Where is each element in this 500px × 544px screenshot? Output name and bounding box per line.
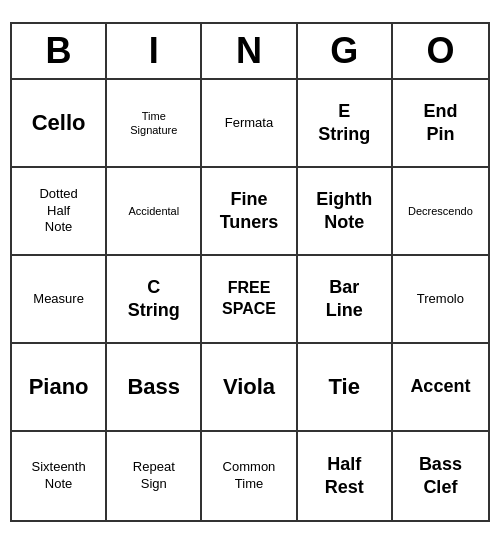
bingo-cell-11: C String [107,256,202,344]
header-letter-o: O [393,24,488,78]
bingo-cell-10: Measure [12,256,107,344]
bingo-cell-13: Bar Line [298,256,393,344]
cell-label-18: Tie [329,373,360,402]
cell-label-17: Viola [223,373,275,402]
cell-label-10: Measure [33,291,84,308]
bingo-cell-21: Repeat Sign [107,432,202,520]
cell-label-11: C String [128,276,180,323]
bingo-header: BINGO [12,24,488,80]
bingo-cell-1: Time Signature [107,80,202,168]
bingo-cell-17: Viola [202,344,297,432]
bingo-cell-0: Cello [12,80,107,168]
header-letter-g: G [298,24,393,78]
bingo-cell-2: Fermata [202,80,297,168]
bingo-card: BINGO CelloTime SignatureFermataE String… [10,22,490,522]
cell-label-8: Eighth Note [316,188,372,235]
cell-label-6: Accidental [128,204,179,218]
cell-label-12: FREE SPACE [222,278,276,320]
bingo-cell-16: Bass [107,344,202,432]
cell-label-22: Common Time [223,459,276,493]
bingo-cell-12: FREE SPACE [202,256,297,344]
bingo-cell-8: Eighth Note [298,168,393,256]
bingo-cell-22: Common Time [202,432,297,520]
cell-label-23: Half Rest [325,453,364,500]
bingo-cell-20: Sixteenth Note [12,432,107,520]
cell-label-3: E String [318,100,370,147]
bingo-cell-5: Dotted Half Note [12,168,107,256]
cell-label-20: Sixteenth Note [31,459,85,493]
cell-label-15: Piano [29,373,89,402]
cell-label-24: Bass Clef [419,453,462,500]
cell-label-13: Bar Line [326,276,363,323]
bingo-cell-15: Piano [12,344,107,432]
bingo-cell-14: Tremolo [393,256,488,344]
bingo-cell-23: Half Rest [298,432,393,520]
cell-label-2: Fermata [225,115,273,132]
cell-label-14: Tremolo [417,291,464,308]
cell-label-4: End Pin [423,100,457,147]
bingo-cell-7: Fine Tuners [202,168,297,256]
bingo-grid: CelloTime SignatureFermataE StringEnd Pi… [12,80,488,520]
cell-label-0: Cello [32,109,86,138]
cell-label-16: Bass [127,373,180,402]
cell-label-7: Fine Tuners [220,188,279,235]
cell-label-1: Time Signature [130,109,177,138]
bingo-cell-19: Accent [393,344,488,432]
bingo-cell-24: Bass Clef [393,432,488,520]
bingo-cell-4: End Pin [393,80,488,168]
cell-label-5: Dotted Half Note [39,186,77,237]
header-letter-n: N [202,24,297,78]
header-letter-i: I [107,24,202,78]
header-letter-b: B [12,24,107,78]
bingo-cell-18: Tie [298,344,393,432]
cell-label-21: Repeat Sign [133,459,175,493]
bingo-cell-6: Accidental [107,168,202,256]
cell-label-19: Accent [410,375,470,398]
bingo-cell-9: Decrescendo [393,168,488,256]
bingo-cell-3: E String [298,80,393,168]
cell-label-9: Decrescendo [408,204,473,218]
